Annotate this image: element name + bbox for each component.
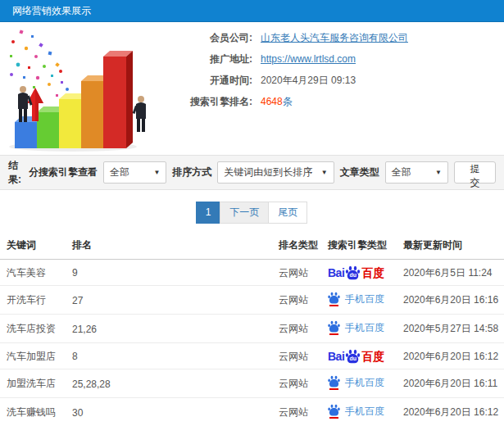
rank-cell[interactable]: 30 bbox=[72, 398, 279, 426]
baidu-logo-cn-text: 百度 bbox=[361, 267, 384, 279]
keyword-cell: 加盟洗车店 bbox=[0, 369, 72, 398]
account-info-fields: 会员公司: 山东老人头汽车服务咨询有限公司 推广地址: https://www.… bbox=[154, 22, 504, 155]
engine-view-select-value: 全部 bbox=[110, 165, 129, 179]
table-row: 加盟洗车店 25,28,28 云网站 手机百度 2020年6月20日 16:11 bbox=[0, 369, 504, 398]
article-type-label: 文章类型 bbox=[340, 165, 379, 179]
mobile-baidu-paw-icon bbox=[328, 292, 340, 306]
promo-url-row: 推广地址: https://www.lrtlsd.com bbox=[154, 52, 504, 66]
table-row: 汽车加盟店 8 云网站 Bai du 百度 2020年6月20日 16:12 bbox=[0, 343, 504, 369]
updated-cell: 2020年6月20日 16:12 bbox=[403, 398, 504, 426]
baidu-logo-bai-text: Bai bbox=[328, 267, 344, 279]
mobile-baidu-label: 手机百度 bbox=[345, 406, 384, 416]
baidu-logo-du-text: du bbox=[350, 272, 357, 278]
table-row: 洗车店投资 21,26 云网站 手机百度 2020年5月27日 14:58 bbox=[0, 315, 504, 343]
updated-cell: 2020年6月20日 16:16 bbox=[403, 286, 504, 315]
engine-cell: 手机百度 bbox=[328, 398, 403, 426]
baidu-logo-bai-text: Bai bbox=[328, 351, 344, 362]
member-company-label: 会员公司: bbox=[154, 31, 252, 45]
rank-type-cell: 云网站 bbox=[279, 286, 328, 315]
engine-rank-row: 搜索引擎排名: 4648条 bbox=[154, 95, 504, 108]
open-time-label: 开通时间: bbox=[154, 74, 252, 88]
member-company-link[interactable]: 山东老人头汽车服务咨询有限公司 bbox=[261, 31, 408, 45]
bar-chart-growth-image bbox=[3, 24, 151, 153]
engine-cell: 手机百度 bbox=[328, 286, 403, 315]
rank-type-cell: 云网站 bbox=[279, 369, 328, 398]
article-type-select[interactable]: 全部 ▼ bbox=[385, 161, 448, 184]
table-row: 洗车赚钱吗 30 云网站 手机百度 2020年6月20日 16:12 bbox=[0, 398, 504, 426]
filter-bar: 结果: 分搜索引擎查看 全部 ▼ 排序方式 关键词由短到长排序 ▼ 文章类型 全… bbox=[0, 155, 504, 190]
engine-view-select[interactable]: 全部 ▼ bbox=[103, 161, 166, 184]
rank-cell[interactable]: 21,26 bbox=[72, 315, 279, 343]
mobile-baidu-label: 手机百度 bbox=[345, 378, 384, 387]
submit-button[interactable]: 提交 bbox=[454, 161, 496, 184]
pagination: 1 下一页 尾页 bbox=[0, 202, 504, 224]
header-engine-type: 搜索引擎类型 bbox=[328, 233, 403, 260]
chevron-down-icon: ▼ bbox=[435, 169, 442, 176]
rank-type-cell: 云网站 bbox=[279, 398, 328, 426]
sort-select[interactable]: 关键词由短到长排序 ▼ bbox=[217, 161, 334, 184]
businessman-right bbox=[133, 96, 146, 132]
sort-select-value: 关键词由短到长排序 bbox=[224, 165, 312, 179]
keyword-cell: 洗车赚钱吗 bbox=[0, 398, 72, 426]
account-info-section: 会员公司: 山东老人头汽车服务咨询有限公司 推广地址: https://www.… bbox=[0, 22, 504, 155]
table-body: 汽车美容 9 云网站 Bai du 百度 2020年6月5日 11:24 开洗车… bbox=[0, 260, 504, 426]
rank-type-cell: 云网站 bbox=[279, 260, 328, 286]
header-updated: 最新更新时间 bbox=[403, 233, 504, 260]
mobile-baidu-badge: 手机百度 bbox=[328, 375, 384, 390]
page-number-current[interactable]: 1 bbox=[196, 202, 221, 224]
last-page-button[interactable]: 尾页 bbox=[268, 202, 307, 224]
table-row: 开洗车行 27 云网站 手机百度 2020年6月20日 16:16 bbox=[0, 286, 504, 315]
keyword-cell: 汽车美容 bbox=[0, 260, 72, 286]
header-rank: 排名 bbox=[72, 233, 279, 260]
engine-rank-label: 搜索引擎排名: bbox=[154, 95, 252, 109]
engine-cell: 手机百度 bbox=[328, 315, 403, 343]
mobile-baidu-label: 手机百度 bbox=[345, 323, 384, 333]
rank-type-cell: 云网站 bbox=[279, 315, 328, 343]
chevron-down-icon: ▼ bbox=[153, 169, 160, 176]
engine-cell: Bai du 百度 bbox=[328, 343, 403, 369]
mobile-baidu-badge: 手机百度 bbox=[328, 320, 384, 335]
chevron-down-icon: ▼ bbox=[321, 169, 328, 176]
page-title: 网络营销效果展示 bbox=[12, 5, 91, 16]
open-time-row: 开通时间: 2020年4月29日 09:13 bbox=[154, 74, 504, 87]
mobile-baidu-label: 手机百度 bbox=[345, 294, 384, 304]
table-header-row: 关键词 排名 排名类型 搜索引擎类型 最新更新时间 bbox=[0, 233, 504, 260]
next-page-button[interactable]: 下一页 bbox=[220, 202, 269, 224]
article-type-select-value: 全部 bbox=[392, 165, 411, 179]
rank-type-cell: 云网站 bbox=[279, 343, 328, 369]
updated-cell: 2020年5月27日 14:58 bbox=[403, 315, 504, 343]
rank-cell[interactable]: 25,28,28 bbox=[72, 369, 279, 398]
promo-url-label: 推广地址: bbox=[154, 52, 252, 66]
results-table: 关键词 排名 排名类型 搜索引擎类型 最新更新时间 汽车美容 9 云网站 Bai… bbox=[0, 233, 504, 426]
open-time-value: 2020年4月29日 09:13 bbox=[261, 74, 356, 88]
engine-rank-value: 4648条 bbox=[261, 95, 293, 109]
page-title-bar: 网络营销效果展示 bbox=[0, 0, 504, 22]
engine-cell: Bai du 百度 bbox=[328, 260, 403, 286]
engine-rank-count: 4648 bbox=[261, 96, 283, 107]
keyword-cell: 汽车加盟店 bbox=[0, 343, 72, 369]
filter-controls: 分搜索引擎查看 全部 ▼ 排序方式 关键词由短到长排序 ▼ 文章类型 全部 ▼ … bbox=[29, 161, 496, 184]
mobile-baidu-paw-icon bbox=[328, 404, 340, 419]
mobile-baidu-paw-icon bbox=[328, 375, 340, 390]
mobile-baidu-badge: 手机百度 bbox=[328, 404, 384, 419]
rank-cell[interactable]: 8 bbox=[72, 343, 279, 369]
baidu-logo-cn-text: 百度 bbox=[361, 351, 384, 362]
rank-cell[interactable]: 9 bbox=[72, 260, 279, 286]
baidu-logo: Bai du 百度 bbox=[328, 349, 384, 364]
promo-url-link[interactable]: https://www.lrtlsd.com bbox=[261, 53, 356, 65]
updated-cell: 2020年6月20日 16:12 bbox=[403, 343, 504, 369]
rank-cell[interactable]: 27 bbox=[72, 286, 279, 315]
header-keyword: 关键词 bbox=[0, 233, 72, 260]
updated-cell: 2020年6月5日 11:24 bbox=[403, 260, 504, 286]
keyword-cell: 洗车店投资 bbox=[0, 315, 72, 343]
result-label: 结果: bbox=[8, 159, 29, 187]
baidu-logo-du-text: du bbox=[350, 356, 357, 361]
mobile-baidu-badge: 手机百度 bbox=[328, 292, 384, 306]
header-rank-type: 排名类型 bbox=[279, 233, 328, 260]
updated-cell: 2020年6月20日 16:11 bbox=[403, 369, 504, 398]
engine-cell: 手机百度 bbox=[328, 369, 403, 398]
sort-label: 排序方式 bbox=[172, 165, 211, 179]
member-company-row: 会员公司: 山东老人头汽车服务咨询有限公司 bbox=[154, 31, 504, 44]
table-row: 汽车美容 9 云网站 Bai du 百度 2020年6月5日 11:24 bbox=[0, 260, 504, 286]
growth-chart-illustration bbox=[0, 22, 154, 155]
